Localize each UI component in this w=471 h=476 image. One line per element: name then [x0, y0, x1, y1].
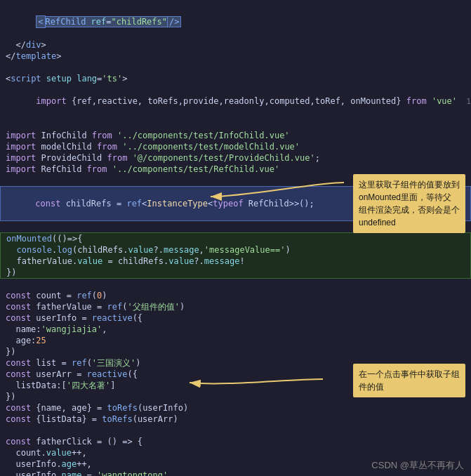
code-line: import RefChild from '../components/test… — [0, 164, 471, 175]
code-line: fatherValue.value = childRefs.value?.mes… — [1, 256, 470, 267]
code-line: onMounted(()=>{ — [1, 233, 470, 244]
code-line: <RefChild ref="childRefs"/> — [0, 4, 471, 39]
code-line: import {ref,reactive, toRefs,provide,rea… — [0, 84, 471, 119]
code-line: const userInfo = reactive({ — [0, 312, 471, 324]
watermark: CSDN @草丛不再有人 — [371, 459, 464, 472]
code-line: const fatherValue = ref('父组件的值') — [0, 301, 471, 312]
code-editor: <RefChild ref="childRefs"/> </div> </tem… — [0, 0, 471, 476]
annotation-onmounted: 这里获取子组件的值要放到onMounted里面，等待父组件渲染完成，否则会是个u… — [353, 174, 465, 233]
code-line: import modelChild from '../components/te… — [0, 141, 471, 152]
code-line: }) — [0, 346, 471, 357]
code-line — [0, 62, 471, 73]
code-line: import InfoChild from '../components/tes… — [0, 130, 471, 141]
code-line: <script setup lang='ts'> — [0, 73, 471, 84]
code-line: const {name, age} = toRefs(userInfo) — [0, 402, 471, 414]
code-line: name:'wangjiajia', — [0, 324, 471, 335]
code-line: const fatherClick = () => { — [0, 436, 471, 447]
code-line: </template> — [0, 51, 471, 62]
code-line: age:25 — [0, 335, 471, 346]
code-line: </div> — [0, 39, 471, 51]
code-line: const {listData} = toRefs(userArr) — [0, 414, 471, 425]
code-line: import ProvideChild from '@/components/t… — [0, 152, 471, 164]
code-line — [0, 279, 471, 290]
code-line: const count = ref(0) — [0, 290, 471, 301]
code-line: console.log(childRefs.value?.message,'me… — [1, 244, 470, 256]
onmounted-block: onMounted(()=>{ console.log(childRefs.va… — [0, 232, 471, 279]
code-line — [0, 425, 471, 436]
code-line: count.value++, — [0, 447, 471, 458]
code-line: }) — [1, 267, 470, 278]
annotation-click: 在一个点击事件中获取子组件的值 — [353, 364, 465, 397]
code-line — [0, 119, 471, 130]
